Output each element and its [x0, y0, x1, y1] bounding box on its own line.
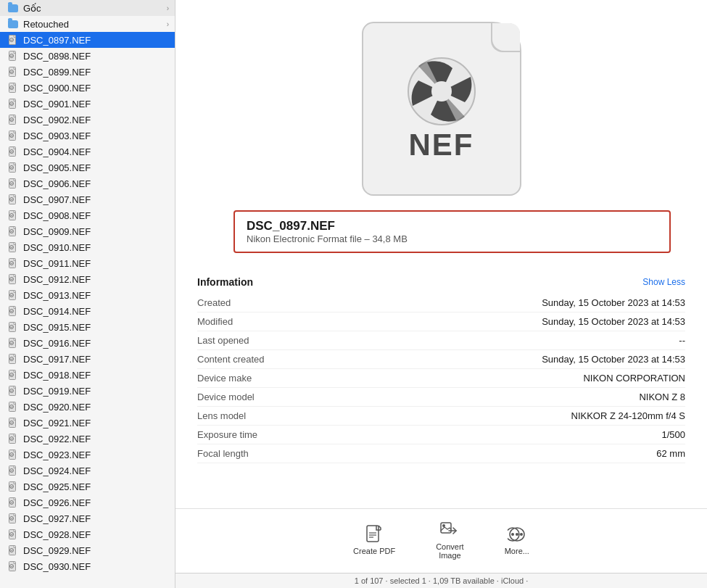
nef-file-small-icon	[7, 433, 19, 444]
sidebar-item-dsc0898[interactable]: DSC_0898.NEF	[0, 48, 175, 64]
svg-point-77	[511, 533, 514, 536]
sidebar-item-dsc0903[interactable]: DSC_0903.NEF	[0, 128, 175, 144]
nef-file-small-icon	[7, 449, 19, 460]
sidebar-item-label: DSC_0908.NEF	[23, 210, 169, 221]
sidebar-item-dsc0917[interactable]: DSC_0917.NEF	[0, 351, 175, 367]
info-row: Exposure time1/500	[197, 426, 685, 444]
nef-file-small-icon	[7, 82, 19, 94]
sidebar-item-dsc0930[interactable]: DSC_0930.NEF	[0, 558, 175, 574]
sidebar-item-dsc0925[interactable]: DSC_0925.NEF	[0, 479, 175, 494]
sidebar-item-label: DSC_0900.NEF	[23, 83, 169, 94]
chevron-right-icon: ›	[167, 4, 169, 12]
nef-file-small-icon	[7, 305, 19, 317]
sidebar-item-label: DSC_0906.NEF	[23, 178, 169, 189]
sidebar-item-label: DSC_0909.NEF	[23, 226, 169, 237]
sidebar-item-label: DSC_0922.NEF	[23, 434, 169, 444]
nef-file-small-icon	[7, 194, 19, 205]
sidebar-item-dsc0908[interactable]: DSC_0908.NEF	[0, 207, 175, 223]
sidebar-item-label: DSC_0897.NEF	[23, 35, 169, 46]
sidebar-item-dsc0902[interactable]: DSC_0902.NEF	[0, 112, 175, 128]
nef-file-small-icon	[7, 257, 19, 269]
sidebar-item-label: DSC_0923.NEF	[23, 450, 169, 460]
sidebar-item-label: DSC_0928.NEF	[23, 529, 169, 540]
sidebar-item-dsc0916[interactable]: DSC_0916.NEF	[0, 335, 175, 351]
sidebar-item-dsc0900[interactable]: DSC_0900.NEF	[0, 80, 175, 96]
folder-icon	[7, 2, 19, 14]
info-value: 62 mm	[656, 448, 685, 459]
info-value: NIKON CORPORATION	[583, 373, 685, 384]
info-value: Sunday, 15 October 2023 at 14:53	[542, 316, 685, 327]
sidebar-item-dsc0907[interactable]: DSC_0907.NEF	[0, 191, 175, 207]
sidebar-item-label: DSC_0921.NEF	[23, 418, 169, 428]
sidebar-item-label: Gốc	[23, 3, 167, 14]
convert-icon	[440, 521, 459, 539]
info-row: Focal length62 mm	[197, 444, 685, 463]
nef-file-small-icon	[7, 513, 19, 524]
sidebar-item-dsc0915[interactable]: DSC_0915.NEF	[0, 319, 175, 335]
show-less-link[interactable]: Show Less	[642, 277, 685, 287]
sidebar-item-label: DSC_0903.NEF	[23, 131, 169, 141]
sidebar-item-dsc0922[interactable]: DSC_0922.NEF	[0, 431, 175, 447]
sidebar-item-label: DSC_0917.NEF	[23, 354, 169, 365]
sidebar-item-dsc0905[interactable]: DSC_0905.NEF	[0, 160, 175, 175]
sidebar-item-label: DSC_0898.NEF	[23, 51, 169, 62]
create-pdf-button[interactable]: Create PDF	[347, 522, 401, 558]
more-icon	[508, 525, 526, 544]
sidebar-item-dsc0918[interactable]: DSC_0918.NEF	[0, 367, 175, 383]
sidebar-item-label: DSC_0919.NEF	[23, 386, 169, 397]
info-value: NIKON Z 8	[639, 392, 685, 402]
more-button[interactable]: More...	[499, 522, 535, 558]
sidebar-item-dsc0924[interactable]: DSC_0924.NEF	[0, 463, 175, 479]
sidebar-item-label: DSC_0929.NEF	[23, 545, 169, 556]
nef-file-small-icon	[7, 50, 19, 62]
sidebar-item-dsc0897[interactable]: DSC_0897.NEF	[0, 32, 175, 48]
sidebar-item-dsc0901[interactable]: DSC_0901.NEF	[0, 96, 175, 112]
sidebar-item-label: DSC_0924.NEF	[23, 465, 169, 476]
sidebar-item-label: DSC_0916.NEF	[23, 338, 169, 349]
sidebar-item-dsc0906[interactable]: DSC_0906.NEF	[0, 175, 175, 191]
nef-file-small-icon	[7, 560, 19, 572]
sidebar-item-dsc0911[interactable]: DSC_0911.NEF	[0, 255, 175, 271]
sidebar-item-dsc0929[interactable]: DSC_0929.NEF	[0, 542, 175, 558]
sidebar-item-label: DSC_0902.NEF	[23, 115, 169, 125]
file-subtitle: Nikon Electronic Format file – 34,8 MB	[247, 233, 658, 244]
convert-image-button[interactable]: ConvertImage	[430, 518, 470, 563]
nef-file-small-icon	[7, 401, 19, 413]
sidebar-item-dsc0923[interactable]: DSC_0923.NEF	[0, 447, 175, 463]
sidebar-item-dsc0926[interactable]: DSC_0926.NEF	[0, 494, 175, 510]
sidebar-item-dsc0904[interactable]: DSC_0904.NEF	[0, 144, 175, 160]
nef-file-small-icon	[7, 385, 19, 397]
sidebar-item-label: DSC_0912.NEF	[23, 274, 169, 285]
sidebar-item-dsc0920[interactable]: DSC_0920.NEF	[0, 399, 175, 415]
nef-file-small-icon	[7, 178, 19, 189]
file-info-box: DSC_0897.NEF Nikon Electronic Format fil…	[233, 210, 671, 253]
sidebar-item-label: DSC_0920.NEF	[23, 402, 169, 413]
file-name-title: DSC_0897.NEF	[247, 219, 658, 233]
sidebar-item-dsc0910[interactable]: DSC_0910.NEF	[0, 239, 175, 255]
sidebar-item-dsc0928[interactable]: DSC_0928.NEF	[0, 526, 175, 542]
sidebar-item-goc[interactable]: Gốc›	[0, 0, 175, 16]
document-icon	[365, 525, 384, 544]
sidebar-item-dsc0909[interactable]: DSC_0909.NEF	[0, 223, 175, 239]
sidebar-item-dsc0927[interactable]: DSC_0927.NEF	[0, 510, 175, 526]
sidebar-item-dsc0913[interactable]: DSC_0913.NEF	[0, 287, 175, 303]
nef-type-label: NEF	[409, 128, 474, 162]
sidebar-item-retouched[interactable]: Retouched›	[0, 16, 175, 32]
info-value: Sunday, 15 October 2023 at 14:53	[542, 354, 685, 365]
info-key: Last opened	[197, 335, 249, 346]
sidebar-item-label: DSC_0899.NEF	[23, 67, 169, 78]
nef-file-icon: NEF	[362, 22, 521, 196]
convert-image-label: ConvertImage	[436, 542, 464, 560]
sidebar-item-dsc0919[interactable]: DSC_0919.NEF	[0, 383, 175, 399]
nef-file-small-icon	[7, 289, 19, 301]
nef-file-small-icon	[7, 146, 19, 157]
sidebar-item-label: DSC_0927.NEF	[23, 513, 169, 524]
info-value: Sunday, 15 October 2023 at 14:53	[542, 297, 685, 308]
sidebar-item-dsc0914[interactable]: DSC_0914.NEF	[0, 303, 175, 319]
file-list-sidebar[interactable]: Gốc›Retouched› DSC_0897.NEF DSC_0898.NEF…	[0, 0, 175, 588]
info-value: 1/500	[661, 429, 685, 440]
sidebar-item-dsc0912[interactable]: DSC_0912.NEF	[0, 271, 175, 287]
sidebar-item-dsc0899[interactable]: DSC_0899.NEF	[0, 64, 175, 80]
sidebar-item-dsc0921[interactable]: DSC_0921.NEF	[0, 415, 175, 431]
nef-file-small-icon	[7, 529, 19, 540]
